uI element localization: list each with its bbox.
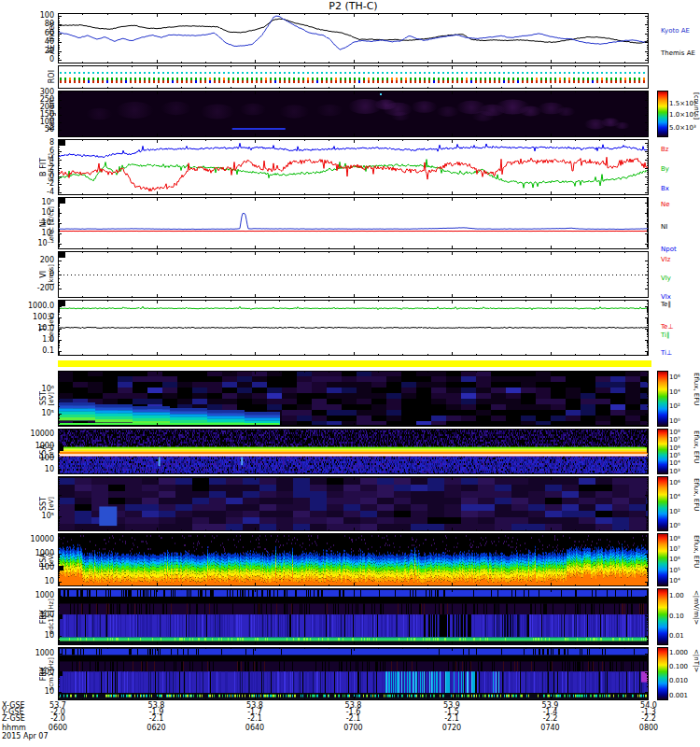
panel-esa_e-colorbar-tick: 10³	[669, 468, 695, 475]
panel-sst_e-plot	[58, 371, 649, 427]
panel-esa_e-plot	[58, 429, 649, 474]
panel-vi-plot	[58, 251, 649, 298]
panel-sst_i-colorbar-unit: Eflux, EFU	[693, 478, 700, 533]
panel-esa_i-ytick: 10000	[17, 536, 54, 543]
panel-vi-ytick: 0	[17, 271, 54, 278]
panel-keogram-plot	[58, 91, 649, 137]
panel-vi-legend-viy: VIy	[661, 275, 700, 282]
panel-sst_i-colorbar-tick: 10⁰	[669, 522, 695, 529]
panel-ae-ytick: 40	[17, 38, 54, 46]
panel-ni-ytick: 10⁰	[17, 230, 54, 237]
panel-ae-ytick: 20	[17, 48, 54, 55]
panel-bfit-plot	[58, 139, 649, 195]
panel-bfit-legend-by: By	[661, 165, 700, 173]
axis-label-text: ROI	[48, 70, 56, 83]
panel-esa_e-ytick: 1000	[17, 443, 54, 450]
panel-sst_e-colorbar-tick: 10²	[669, 402, 695, 410]
panel-sst_i-colorbar-tick: 10⁶	[669, 479, 695, 486]
panel-esa_i-ytick: 1000	[17, 550, 54, 557]
panel-esa_e-ytick: 10000	[17, 430, 54, 438]
panel-fbk_b-colorbar-tick: 0.100	[669, 663, 695, 670]
footer-value: -2.1	[333, 715, 374, 723]
panel-fbk_b-colorbar-unit: <|nT|>	[693, 649, 700, 702]
panel-sst_e-colorbar	[657, 371, 668, 427]
panel-fbk_e-ytick: 1000	[17, 592, 54, 599]
panel-ae-legend-kyotoae: Kyoto AE	[661, 27, 700, 35]
panel-ae-ytick: 100	[17, 12, 54, 20]
panel-esa_i-ytick: 10	[17, 578, 54, 585]
panel-esa_i-colorbar-tick: 10⁸	[669, 535, 695, 543]
panel-bfit-ytick: 8	[17, 139, 54, 147]
panel-ni-legend-ne: Ne	[661, 201, 700, 208]
panel-sst_i-ytick: 10⁵	[17, 513, 54, 520]
panel-fbk_b-ytick: 1000	[17, 650, 54, 657]
footer-value: -2.2	[530, 715, 571, 723]
panel-ti-legend-ti: Ti⊥	[661, 349, 700, 357]
panel-sst_i-axis-label: SST[eV]	[2, 476, 56, 531]
panel-sst_e-colorbar-tick: 10⁴	[669, 388, 695, 396]
panel-keogram-ytick: 50	[17, 126, 54, 134]
panel-sst_e-colorbar-tick: 10⁰	[669, 417, 695, 425]
panel-fbk_e-ytick: 10	[17, 632, 54, 640]
panel-sst_i-colorbar	[657, 476, 668, 531]
panel-esa_e-colorbar-tick: 10⁸	[669, 429, 695, 436]
panel-keogram-colorbar-tick: 1.0×10⁴	[669, 111, 695, 119]
footer-value: 0620	[136, 725, 177, 732]
panel-fbk_b-colorbar-tick: 1.000	[669, 649, 695, 656]
panel-keogram-colorbar-tick: 1.5×10⁴	[669, 100, 695, 107]
panel-bfit-ytick: -2	[17, 180, 54, 188]
panel-roi-plot	[58, 65, 649, 89]
axis-label-text: SST	[39, 497, 48, 511]
footer-value: -2.1	[431, 715, 472, 723]
panel-esa_i-ytick: 100	[17, 564, 54, 571]
panel-ni-legend-ni: NI	[661, 223, 700, 231]
footer-value: -2.1	[234, 715, 275, 723]
panel-sst_e-colorbar-tick: 10⁶	[669, 374, 695, 381]
panel-ni-ytick: 10²	[17, 219, 54, 227]
panel-bfit-legend-bx: Bx	[661, 185, 700, 192]
panel-vi-legend-viz: VIz	[661, 256, 700, 263]
panel-esa_i-colorbar-unit: Eflux, EFU	[693, 535, 700, 588]
footer-value: -2.2	[628, 715, 669, 723]
panel-esa_i-colorbar-tick: 10⁵	[669, 567, 695, 574]
panel-bfit-legend-bz: Bz	[661, 146, 700, 153]
panel-ae-legend-themisae: Themis AE	[661, 49, 700, 57]
panel-vi-ytick: -200	[17, 285, 54, 292]
panel-ti-ytick: 1.0	[17, 336, 54, 344]
panel-ti-legend-te: Te⊥	[661, 323, 700, 331]
panel-fbk_e-colorbar-tick: 1.00	[669, 592, 695, 599]
axis-sublabel-text: [eV]	[48, 392, 56, 406]
footer-value: 0700	[333, 725, 374, 732]
panel-ni-ytick: 10⁶	[17, 199, 54, 206]
panel-esa_i-colorbar-tick: 10⁴	[669, 577, 695, 585]
panel-fbk_e-colorbar-unit: <|mV/m|>	[693, 590, 700, 647]
panel-esa_e-colorbar-tick: 10⁷	[669, 436, 695, 444]
flag-bar	[58, 360, 651, 367]
panel-fbk_e-colorbar	[657, 588, 668, 645]
themis-summary-plot: P2 (TH-C) AE Index100806040200Kyoto AETh…	[0, 0, 700, 747]
panel-fbk_e-colorbar-tick: 0.01	[669, 632, 695, 640]
footer-value: 0600	[37, 725, 78, 732]
panel-roi-axis-label: ROI	[2, 65, 56, 89]
panel-esa_i-plot	[58, 533, 649, 586]
panel-sst_i-plot	[58, 476, 649, 531]
footer-value: 0720	[431, 725, 472, 732]
panel-bfit-ytick: 2	[17, 164, 54, 172]
panel-ae-plot	[58, 13, 649, 63]
panel-vi-ytick: 200	[17, 257, 54, 264]
panel-ti-ytick: 0.1	[17, 347, 54, 355]
panel-fbk_b-colorbar-tick: 0.001	[669, 692, 695, 699]
panel-ti-plot	[58, 300, 649, 356]
panel-sst_i-colorbar-tick: 10²	[669, 508, 695, 515]
panel-fbk_b-ytick: 10	[17, 688, 54, 696]
footer-row-label: Z-GSE	[2, 715, 25, 723]
panel-esa_i-colorbar	[657, 533, 668, 586]
panel-fbk_b-colorbar-tick: 0.010	[669, 677, 695, 684]
footer-value: -2.1	[136, 715, 177, 723]
panel-ni-ytick: 10⁴	[17, 209, 54, 217]
panel-sst_e-ytick: 10⁶	[17, 386, 54, 393]
panel-fbk_b-colorbar	[657, 647, 668, 700]
panel-sst_e-axis-label: SST[eV]	[2, 371, 56, 427]
panel-ni-ytick: 10⁻²	[17, 240, 54, 247]
panel-bfit-ytick: -4	[17, 189, 54, 196]
